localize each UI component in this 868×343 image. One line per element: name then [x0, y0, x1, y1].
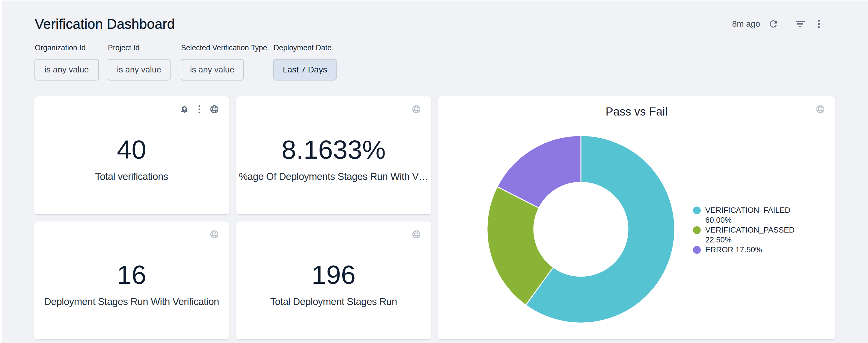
tile-label: %age Of Deployments Stages Run With V… [236, 171, 431, 182]
tile-explore-button[interactable] [412, 105, 421, 114]
tile-explore-button[interactable] [210, 105, 219, 114]
tile-value: 16 [34, 261, 229, 289]
filter-label-organization-id: Organization Id [35, 43, 86, 52]
tile-label: Total verifications [34, 171, 229, 182]
filter-icon [795, 19, 805, 29]
tile-explore-button[interactable] [210, 230, 219, 239]
globe-icon [210, 230, 219, 239]
legend-item-verification_failed[interactable]: VERIFICATION_FAILED 60.00% [693, 205, 792, 225]
donut-chart[interactable] [487, 135, 675, 323]
tile-more-button[interactable] [195, 105, 204, 114]
globe-icon [816, 104, 825, 114]
legend-label: ERROR 17.50% [705, 245, 762, 254]
legend-label: VERIFICATION_FAILED 60.00% [705, 206, 790, 225]
tile-label: Deployment Stages Run With Verification [34, 296, 229, 308]
filter-value-project-id[interactable]: is any value [107, 59, 170, 80]
dashboard-more-button[interactable] [812, 18, 826, 31]
tile-explore-button[interactable] [412, 230, 421, 239]
filter-value-organization-id[interactable]: is any value [34, 59, 99, 80]
globe-icon [412, 230, 421, 239]
legend-marker-icon [693, 226, 701, 234]
legend-item-error[interactable]: ERROR 17.50% [693, 245, 792, 255]
globe-icon [210, 104, 219, 114]
chart-title: Pass vs Fail [438, 105, 835, 118]
tile-total-verifications: 40 Total verifications [34, 96, 229, 214]
tile-label: Total Deployment Stages Run [236, 296, 431, 308]
tile-value: 8.1633% [236, 135, 431, 164]
filter-value-deployment-date[interactable]: Last 7 Days [273, 59, 337, 80]
legend-marker-icon [693, 207, 701, 214]
alert-bell-plus-icon [180, 105, 189, 114]
page-title: Verification Dashboard [35, 16, 175, 32]
legend-item-verification_passed[interactable]: VERIFICATION_PASSED 22.50% [693, 225, 792, 245]
alert-bell-button[interactable] [180, 105, 189, 114]
kebab-menu-icon [814, 19, 824, 29]
refresh-icon [768, 19, 779, 29]
tile-value: 196 [236, 261, 431, 289]
refresh-button[interactable] [767, 18, 780, 31]
tile-total-deployment-stages-run: 196 Total Deployment Stages Run [236, 221, 431, 339]
tile-stages-run-with-verification: 16 Deployment Stages Run With Verificati… [34, 221, 229, 339]
tile-percentage-stages-with-verification: 8.1633% %age Of Deployments Stages Run W… [236, 96, 431, 214]
legend-marker-icon [693, 246, 701, 254]
filter-value-selected-verification-type[interactable]: is any value [181, 59, 244, 80]
legend-label: VERIFICATION_PASSED 22.50% [705, 226, 795, 244]
globe-icon [412, 104, 421, 114]
kebab-menu-icon [195, 105, 204, 114]
filter-button[interactable] [794, 18, 807, 31]
filter-label-project-id: Project Id [108, 43, 140, 52]
tile-pass-vs-fail-chart: Pass vs Fail VERIFICATION_FAILED 60.00%V… [438, 96, 835, 339]
tile-explore-button[interactable] [816, 105, 825, 114]
filter-label-deployment-date: Deployment Date [274, 43, 332, 52]
filter-label-selected-verification-type: Selected Verification Type [181, 43, 267, 52]
chart-legend: VERIFICATION_FAILED 60.00%VERIFICATION_P… [693, 205, 792, 255]
tile-value: 40 [34, 135, 229, 164]
last-refresh-timestamp: 8m ago [732, 19, 760, 29]
